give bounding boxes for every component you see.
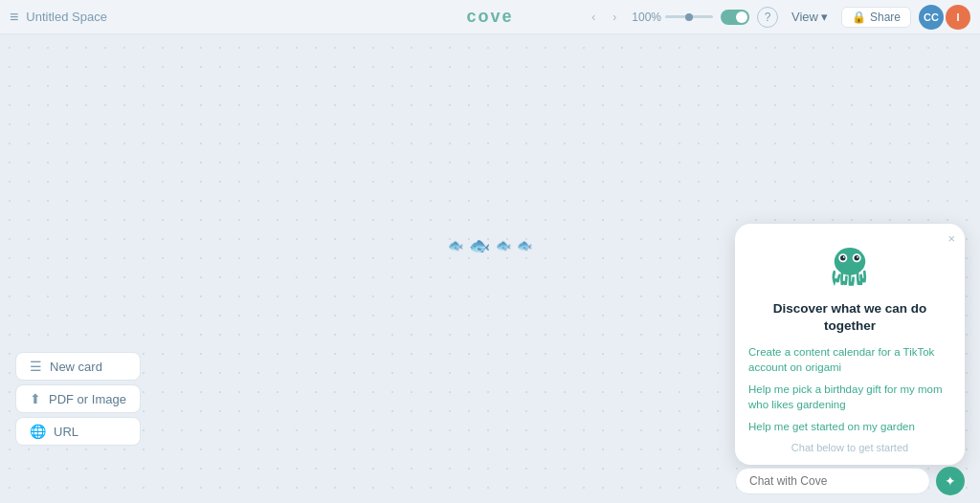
- app-logo: cove: [466, 7, 513, 26]
- url-button[interactable]: 🌐 URL: [15, 417, 141, 446]
- toggle-track[interactable]: [721, 10, 749, 25]
- view-chevron-icon: ▾: [821, 10, 828, 24]
- new-card-label: New card: [50, 360, 102, 374]
- fish-icon-right: 🐟: [496, 238, 511, 252]
- close-icon[interactable]: ×: [947, 231, 955, 246]
- help-button[interactable]: ?: [757, 7, 778, 28]
- chat-suggestion-1[interactable]: Create a content calendar for a TikTok a…: [748, 344, 951, 375]
- pdf-image-button[interactable]: ⬆ PDF or Image: [15, 384, 141, 413]
- svg-point-5: [843, 256, 845, 258]
- space-title[interactable]: Untitled Space: [26, 10, 107, 24]
- toolbar: ☰ New card ⬆ PDF or Image 🌐 URL: [15, 352, 141, 446]
- svg-point-6: [857, 256, 858, 258]
- avatar-i[interactable]: I: [946, 5, 970, 30]
- zoom-slider[interactable]: [665, 15, 713, 18]
- share-button[interactable]: 🔒 Share: [841, 7, 911, 28]
- chat-input[interactable]: [735, 468, 930, 494]
- avatar-group: CC I: [919, 5, 970, 30]
- navbar-center: cove: [466, 7, 513, 27]
- nav-arrows: ‹ ›: [584, 8, 624, 27]
- fish-icon-center: 🐟: [469, 235, 490, 256]
- share-label: Share: [870, 11, 901, 24]
- chat-input-row: ✦: [735, 467, 965, 495]
- pdf-image-icon: ⬆: [30, 391, 41, 406]
- canvas[interactable]: 🐟 🐟 🐟 🐟 ☰ New card ⬆ PDF or Image 🌐 URL …: [0, 34, 980, 503]
- chat-hint: Chat below to get started: [748, 442, 951, 453]
- fish-icon-left: 🐟: [448, 238, 463, 252]
- svg-point-4: [855, 256, 859, 261]
- menu-icon[interactable]: ≡: [10, 9, 18, 26]
- zoom-level: 100%: [632, 11, 661, 24]
- chat-panel: ×: [735, 224, 965, 465]
- new-card-icon: ☰: [30, 359, 42, 374]
- chat-suggestion-2[interactable]: Help me pick a birthday gift for my mom …: [748, 382, 951, 412]
- new-card-button[interactable]: ☰ New card: [15, 352, 141, 381]
- forward-arrow[interactable]: ›: [605, 8, 624, 27]
- chat-send-button[interactable]: ✦: [936, 467, 965, 495]
- view-button[interactable]: View ▾: [786, 8, 834, 26]
- svg-point-0: [835, 248, 865, 275]
- chat-suggestion-3[interactable]: Help me get started on my garden: [748, 419, 951, 434]
- avatar-cc[interactable]: CC: [919, 5, 944, 30]
- fish-cluster: 🐟 🐟 🐟 🐟: [448, 235, 532, 256]
- view-label: View: [791, 10, 818, 24]
- pdf-image-label: PDF or Image: [49, 392, 126, 406]
- zoom-control: 100%: [632, 11, 713, 24]
- url-label: URL: [54, 425, 78, 439]
- toggle-switch[interactable]: [721, 10, 749, 25]
- back-arrow[interactable]: ‹: [584, 8, 603, 27]
- send-icon: ✦: [945, 473, 956, 489]
- fish-icon-bottom: 🐟: [517, 238, 532, 252]
- mascot-icon: [824, 239, 876, 291]
- lock-icon: 🔒: [852, 11, 866, 24]
- navbar: ≡ Untitled Space cove ‹ › 100% ? View ▾ …: [0, 0, 980, 34]
- svg-point-3: [840, 256, 845, 261]
- url-icon: 🌐: [30, 424, 46, 439]
- toggle-thumb: [736, 11, 747, 23]
- chat-panel-body: Discover what we can do together Create …: [735, 224, 965, 465]
- chat-panel-title: Discover what we can do together: [748, 300, 951, 334]
- navbar-right: ‹ › 100% ? View ▾ 🔒 Share CC I: [584, 5, 970, 30]
